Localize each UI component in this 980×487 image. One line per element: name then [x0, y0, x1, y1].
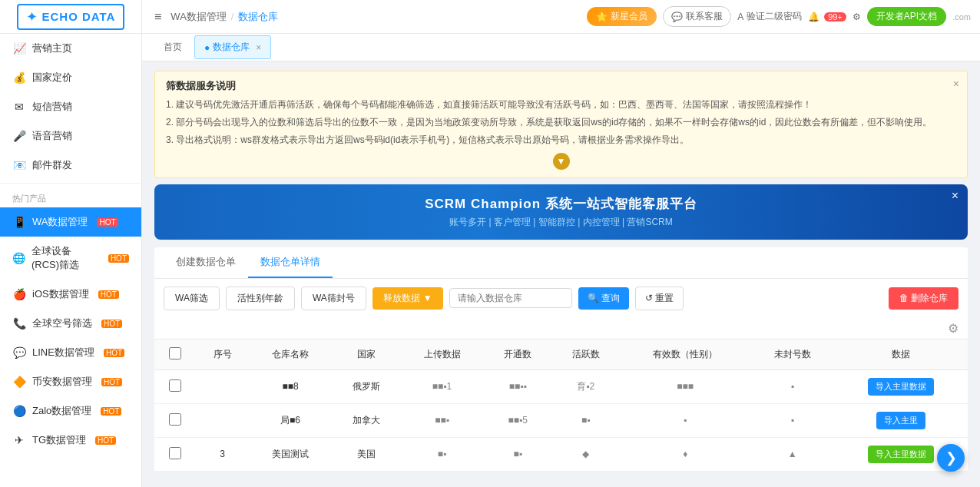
sidebar-item-voice[interactable]: 🎤 语音营销 — [0, 121, 141, 151]
table-row: ■■8 俄罗斯 ■■▪1 ■■▪▪ 育▪2 ■■■ ▪ 导入主里数据 — [154, 369, 968, 403]
notice-close-icon[interactable]: × — [953, 78, 959, 90]
sidebar-label-email: 邮件群发 — [32, 158, 72, 172]
sub-tabs: 创建数据仓单 数据仓单详情 — [154, 247, 968, 279]
line-icon: 💬 — [12, 346, 26, 359]
row2-open: ■■▪5 — [484, 403, 552, 437]
api-button[interactable]: 开发者API文档 — [867, 7, 946, 26]
logo-icon: ✦ — [26, 8, 38, 25]
gear-icon: ⚙ — [853, 12, 861, 22]
sidebar-item-empty-number[interactable]: 📞 全球空号筛选 HOT — [0, 309, 141, 338]
empty-hot-badge: HOT — [101, 320, 122, 328]
notice-title: 筛数据服务说明 — [166, 79, 956, 93]
sidebar-label-empty-number: 全球空号筛选 — [32, 316, 92, 330]
query-button[interactable]: 🔍 查询 — [578, 287, 629, 310]
row3-import-button[interactable]: 导入主里数据 — [868, 446, 934, 463]
rcs-icon: 🌐 — [12, 251, 25, 265]
sidebar-item-sms[interactable]: ✉ 短信营销 — [0, 92, 141, 121]
filter-seal-button[interactable]: WA筛封号 — [301, 287, 366, 310]
row2-action[interactable]: 导入主里 — [834, 403, 968, 437]
row2-import-button[interactable]: 导入主里 — [876, 412, 925, 429]
vip-button[interactable]: ⭐ 新星会员 — [587, 7, 657, 26]
delete-warehouse-button[interactable]: 🗑 删除仓库 — [889, 287, 958, 310]
sidebar-item-pricing[interactable]: 💰 国家定价 — [0, 63, 141, 92]
sidebar-item-rcs[interactable]: 🌐 全球设备(RCS)筛选 HOT — [0, 237, 141, 280]
vip-star-icon: ⭐ — [596, 12, 608, 22]
row1-action[interactable]: 导入主里数据 — [834, 369, 968, 403]
zalo-icon: 🔵 — [12, 404, 26, 418]
tab-warehouse[interactable]: ● 数据仓库 × — [194, 35, 271, 59]
support-button[interactable]: 💬 联系客服 — [663, 6, 731, 27]
settings-button[interactable]: ⚙ — [853, 12, 861, 22]
sidebar-item-tg[interactable]: ✈ TG数据管理 HOT — [0, 426, 141, 455]
voice-icon: 🎤 — [12, 129, 26, 143]
sidebar-item-marketing[interactable]: 📈 营销主页 — [0, 34, 141, 63]
sidebar-item-wa-data[interactable]: 📱 WA数据管理 HOT — [0, 207, 141, 237]
filter-gender-age-button[interactable]: 活性别年龄 — [226, 287, 295, 310]
email-icon: 📧 — [12, 158, 26, 172]
banner-close-icon[interactable]: × — [952, 189, 958, 203]
row1-import-button[interactable]: 导入主里数据 — [868, 378, 934, 396]
col-valid: 有效数（性别） — [620, 339, 750, 369]
sidebar-item-currency[interactable]: 🔶 币安数据管理 HOT — [0, 367, 141, 396]
sidebar-item-email[interactable]: 📧 邮件群发 — [0, 151, 141, 180]
breadcrumb-home[interactable]: WA数据管理 — [171, 10, 226, 24]
row1-check[interactable] — [169, 379, 181, 392]
sms-icon: ✉ — [12, 100, 26, 114]
sidebar: 📈 营销主页 💰 国家定价 ✉ 短信营销 🎤 语音营销 📧 邮件群发 热门产品 … — [0, 34, 142, 487]
release-data-button[interactable]: 释放数据 ▼ — [372, 287, 443, 310]
col-checkbox — [154, 339, 196, 369]
sidebar-item-ios[interactable]: 🍎 iOS数据管理 HOT — [0, 280, 141, 309]
bell-badge: 99+ — [824, 12, 846, 22]
row3-check[interactable] — [169, 447, 181, 459]
tab-home[interactable]: 首页 — [154, 36, 191, 58]
float-action-button[interactable]: ❯ — [937, 444, 965, 472]
notice-item-3: 3. 导出格式说明：ws群发格式表示导出方返回ws号码id(id表示手机号)，短… — [166, 133, 956, 147]
banner-subtitle: 账号多开 | 客户管理 | 智能群控 | 内控管理 | 营销SCRM — [449, 216, 672, 229]
tab-dot: ● — [204, 42, 210, 53]
sub-tab-create[interactable]: 创建数据仓单 — [164, 247, 248, 278]
reset-button[interactable]: ↺ 重置 — [635, 287, 684, 310]
row2-check[interactable] — [169, 413, 181, 426]
verify-button[interactable]: A 验证二级密码 — [737, 10, 802, 23]
notice-toggle-button[interactable]: ▼ — [553, 153, 570, 170]
toolbar: WA筛选 活性别年龄 WA筛封号 释放数据 ▼ 🔍 查询 ↺ 重置 🗑 删除仓库 — [154, 279, 968, 318]
float-icon: ❯ — [945, 449, 957, 466]
filter-wa-button[interactable]: WA筛选 — [164, 287, 220, 310]
currency-hot-badge: HOT — [101, 378, 122, 386]
header-nav: ≡ WA数据管理 / 数据仓库 — [142, 10, 587, 24]
row2-active: ■▪ — [552, 403, 621, 437]
sidebar-label-zalo: Zalo数据管理 — [32, 404, 91, 418]
verify-label: 验证二级密码 — [747, 10, 802, 23]
sub-tab-detail[interactable]: 数据仓单详情 — [248, 247, 333, 278]
tg-hot-badge: HOT — [95, 436, 116, 445]
line-hot-badge: HOT — [104, 349, 124, 357]
row3-valid: ♦ — [620, 437, 750, 471]
main-layout: 📈 营销主页 💰 国家定价 ✉ 短信营销 🎤 语音营销 📧 邮件群发 热门产品 … — [0, 34, 980, 487]
notice-box: 筛数据服务说明 1. 建议号码优先激活开通后再筛活跃，确保每个号码都能准确筛选，… — [154, 71, 968, 178]
notice-item-1: 1. 建议号码优先激活开通后再筛活跃，确保每个号码都能准确筛选，如直接筛活跃可能… — [166, 98, 956, 112]
pricing-icon: 💰 — [12, 71, 26, 84]
row2-valid: ▪ — [620, 403, 750, 437]
bell-button[interactable]: 🔔 99+ — [808, 12, 846, 22]
sidebar-item-zalo[interactable]: 🔵 Zalo数据管理 HOT — [0, 396, 141, 426]
header: ✦ ECHO DATA ≡ WA数据管理 / 数据仓库 ⭐ 新星会员 💬 联系客… — [0, 0, 980, 34]
banner: SCRM Champion 系统一站式智能客服平台 账号多开 | 客户管理 | … — [154, 184, 968, 240]
row3-active: ◆ — [552, 437, 621, 471]
select-all-checkbox[interactable] — [169, 347, 181, 359]
breadcrumb-current[interactable]: 数据仓库 — [238, 10, 278, 24]
row2-checkbox[interactable] — [154, 403, 196, 437]
data-table: 序号 仓库名称 国家 上传数据 开通数 活跃数 有效数（性别） 未封号数 数据 — [154, 339, 968, 472]
row1-checkbox[interactable] — [154, 369, 196, 403]
wa-data-icon: 📱 — [12, 215, 26, 229]
row3-checkbox[interactable] — [154, 437, 196, 471]
sidebar-item-line[interactable]: 💬 LINE数据管理 HOT — [0, 338, 141, 367]
row1-open: ■■▪▪ — [484, 369, 552, 403]
search-input[interactable] — [449, 288, 572, 308]
table-settings-icon[interactable]: ⚙ — [948, 321, 958, 336]
tabs-bar: 首页 ● 数据仓库 × — [142, 34, 980, 61]
menu-icon[interactable]: ≡ — [154, 10, 161, 24]
table-row: 局■6 加拿大 ■■▪ ■■▪5 ■▪ ▪ ▪ 导入主里 — [154, 403, 968, 437]
sidebar-label-tg: TG数据管理 — [32, 433, 86, 447]
tab-close-icon[interactable]: × — [256, 42, 261, 53]
release-label: 释放数据 — [383, 292, 420, 305]
